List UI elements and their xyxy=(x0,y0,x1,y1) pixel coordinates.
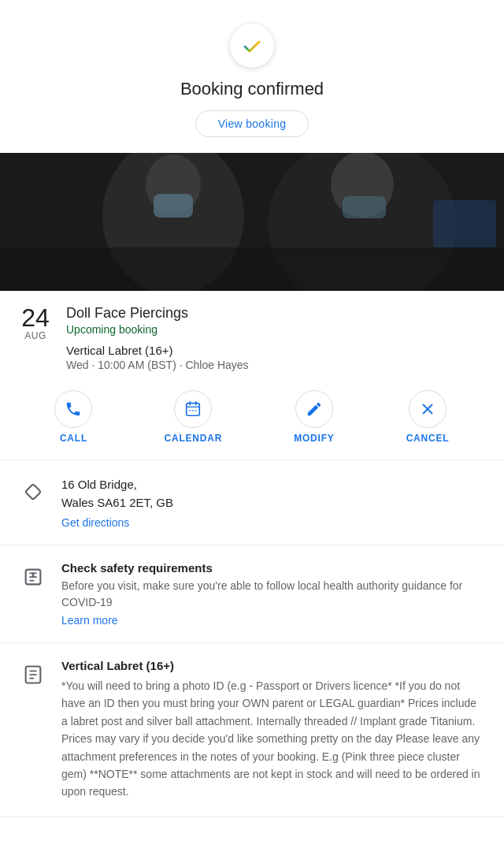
safety-icon xyxy=(19,563,47,591)
learn-more-link[interactable]: Learn more xyxy=(61,614,118,627)
safety-section: Check safety requirements Before you vis… xyxy=(0,545,504,643)
service-name: Vertical Labret (16+) xyxy=(66,344,485,357)
date-block: 24 AUG xyxy=(19,305,52,341)
location-icon xyxy=(19,478,47,506)
booking-details: Doll Face Piercings Upcoming booking Ver… xyxy=(66,305,485,371)
notes-section: Vertical Labret (16+) *You will need to … xyxy=(0,643,504,817)
google-check-icon xyxy=(230,24,274,68)
view-booking-button[interactable]: View booking xyxy=(195,110,309,137)
cancel-icon-circle xyxy=(409,390,447,428)
action-buttons-section: CALL CALENDAR MODIFY xyxy=(0,378,504,460)
hero-image xyxy=(0,153,504,291)
svg-point-15 xyxy=(195,410,197,411)
calendar-button[interactable]: CALENDAR xyxy=(164,390,222,444)
svg-point-13 xyxy=(190,410,191,411)
address-line2: Wales SA61 2ET, GB xyxy=(61,496,173,509)
calendar-label: CALENDAR xyxy=(164,433,222,444)
location-text: 16 Old Bridge, Wales SA61 2ET, GB Get di… xyxy=(61,476,485,529)
status-badge: Upcoming booking xyxy=(66,323,485,336)
notes-description: *You will need to bring a photo ID (e.g … xyxy=(61,677,485,801)
svg-rect-18 xyxy=(25,484,41,500)
svg-rect-7 xyxy=(0,247,504,291)
date-day: 24 xyxy=(21,305,50,330)
call-icon-circle xyxy=(54,390,92,428)
address-line1: 16 Old Bridge, Wales SA61 2ET, GB xyxy=(61,476,485,512)
business-name: Doll Face Piercings xyxy=(66,305,485,322)
svg-rect-9 xyxy=(187,404,200,416)
calendar-icon xyxy=(184,400,202,418)
header-section: Booking confirmed View booking xyxy=(0,0,504,153)
modify-label: MODIFY xyxy=(294,433,334,444)
modify-icon-circle xyxy=(295,390,333,428)
modify-button[interactable]: MODIFY xyxy=(294,390,334,444)
booking-time: Wed · 10:00 AM (BST) · Chloe Hayes xyxy=(66,359,485,371)
location-section: 16 Old Bridge, Wales SA61 2ET, GB Get di… xyxy=(0,460,504,545)
cancel-button[interactable]: CANCEL xyxy=(406,390,450,444)
call-button[interactable]: CALL xyxy=(54,390,92,444)
hero-image-inner xyxy=(0,153,504,291)
booking-info-section: 24 AUG Doll Face Piercings Upcoming book… xyxy=(0,291,504,378)
svg-rect-3 xyxy=(154,194,193,218)
call-icon xyxy=(65,400,82,418)
calendar-icon-circle xyxy=(174,390,212,428)
notes-icon xyxy=(19,661,47,689)
date-month: AUG xyxy=(24,330,46,341)
notes-content: Vertical Labret (16+) *You will need to … xyxy=(61,659,485,801)
call-label: CALL xyxy=(60,433,87,444)
svg-point-14 xyxy=(192,410,194,411)
svg-rect-8 xyxy=(433,200,496,247)
safety-description: Before you visit, make sure you're able … xyxy=(61,578,485,611)
safety-content: Check safety requirements Before you vis… xyxy=(61,561,485,627)
safety-title: Check safety requirements xyxy=(61,561,485,575)
notes-title: Vertical Labret (16+) xyxy=(61,659,485,672)
cancel-icon xyxy=(419,400,436,418)
page-title: Booking confirmed xyxy=(180,79,324,99)
modify-icon xyxy=(306,400,323,418)
svg-rect-6 xyxy=(343,196,386,218)
cancel-label: CANCEL xyxy=(406,433,450,444)
get-directions-link[interactable]: Get directions xyxy=(61,516,129,529)
